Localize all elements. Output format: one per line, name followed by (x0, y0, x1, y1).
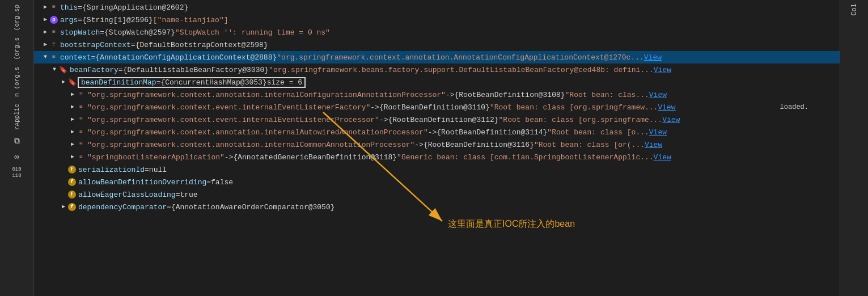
table-row[interactable]: ≡ "org.springframework.context.event.int… (34, 113, 840, 126)
p-icon: p (50, 16, 58, 24)
copy-icon[interactable]: ⧉ (10, 134, 24, 148)
lines-icon: ≡ (77, 116, 85, 124)
lines-icon: ≡ (77, 141, 85, 149)
debug-window: (org.sp (org.s n (org.s rApplic ⧉ ∞ 0101… (0, 0, 868, 296)
left-sidebar: (org.sp (org.s n (org.s rApplic ⧉ ∞ 0101… (0, 0, 34, 296)
bean-definition-map-row[interactable]: 🔖 beanDefinitionMap = {ConcurrentHashMap… (34, 76, 840, 88)
expand-arrow[interactable] (41, 40, 50, 49)
loaded-label: loaded. (780, 103, 808, 111)
lines-icon: ≡ (77, 91, 85, 99)
table-row[interactable]: p args = {String[1]@2596} ["name-tianjia… (34, 14, 840, 26)
expand-arrow[interactable] (41, 3, 50, 12)
expand-arrow[interactable] (50, 65, 59, 74)
expand-arrow[interactable] (59, 78, 68, 87)
no-expand (59, 177, 68, 187)
table-row[interactable]: ≡ stopWatch = {StopWatch@2597} "StopWatc… (34, 26, 840, 39)
table-row[interactable]: f allowEagerClassLoading = true (34, 188, 840, 201)
expand-arrow[interactable] (41, 15, 50, 24)
table-row[interactable]: ≡ "org.springframework.context.annotatio… (34, 88, 840, 101)
lines-icon: ≡ (77, 128, 85, 136)
lines-icon: ≡ (50, 41, 58, 49)
table-row[interactable]: ≡ "org.springframework.context.annotatio… (34, 126, 840, 138)
context-row[interactable]: ≡ context = {AnnotationConfigApplication… (34, 51, 840, 64)
no-expand (59, 165, 68, 174)
table-row[interactable]: ≡ this = {SpringApplication@2602} (34, 1, 840, 14)
sidebar-item-org-s[interactable]: (org.s (12, 35, 22, 62)
table-row[interactable]: ≡ "org.springframework.context.event.int… (34, 101, 840, 113)
table-row[interactable]: ≡ "org.springframework.context.annotatio… (34, 138, 840, 151)
expand-arrow[interactable] (59, 202, 68, 212)
expand-arrow[interactable] (68, 103, 77, 112)
f-icon: f (68, 203, 76, 211)
sidebar-item-org-sp[interactable]: (org.sp (12, 2, 22, 33)
col-label: Col (849, 2, 859, 17)
no-expand (59, 190, 68, 199)
f-icon: f (68, 178, 76, 186)
binary-icon[interactable]: 010110 (10, 166, 24, 180)
expand-arrow[interactable] (68, 128, 77, 137)
expand-arrow[interactable] (41, 28, 50, 37)
infinity-icon[interactable]: ∞ (10, 150, 24, 164)
lines-icon: ≡ (50, 28, 58, 36)
table-row[interactable]: f serializationId = null (34, 163, 840, 176)
expand-arrow[interactable] (41, 53, 50, 62)
expand-arrow[interactable] (68, 153, 77, 162)
expand-arrow[interactable] (68, 140, 77, 149)
lines-icon: ≡ (50, 3, 58, 11)
right-panel: Col (840, 0, 868, 296)
table-row[interactable]: f allowBeanDefinitionOverriding = false (34, 176, 840, 188)
f-icon: f (68, 166, 76, 174)
lines-icon: ≡ (77, 103, 85, 111)
lines-icon: ≡ (50, 53, 58, 61)
table-row[interactable]: ≡ "springbootListenerApplication" -> {An… (34, 151, 840, 163)
f-icon: f (68, 191, 76, 198)
sidebar-item-n-org[interactable]: n (org.s (12, 65, 22, 99)
debug-tree[interactable]: ≡ this = {SpringApplication@2602} p args… (34, 0, 840, 296)
expand-arrow[interactable] (68, 90, 77, 99)
lines-icon: ≡ (77, 153, 85, 161)
main-content: ≡ this = {SpringApplication@2602} p args… (34, 0, 840, 296)
table-row[interactable]: ≡ bootstrapContext = {DefaultBootstrapCo… (34, 39, 840, 51)
expand-arrow[interactable] (68, 115, 77, 124)
sidebar-item-rapplic[interactable]: rApplic (12, 102, 22, 132)
table-row[interactable]: 🔖 beanFactory = {DefaultListableBeanFact… (34, 64, 840, 76)
bookmark-icon: 🔖 (59, 66, 67, 74)
bookmark-icon: 🔖 (68, 78, 77, 87)
table-row[interactable]: f dependencyComparator = {AnnotationAwar… (34, 201, 840, 213)
boxed-content: beanDefinitionMap = {ConcurrentHashMap@3… (79, 78, 304, 87)
